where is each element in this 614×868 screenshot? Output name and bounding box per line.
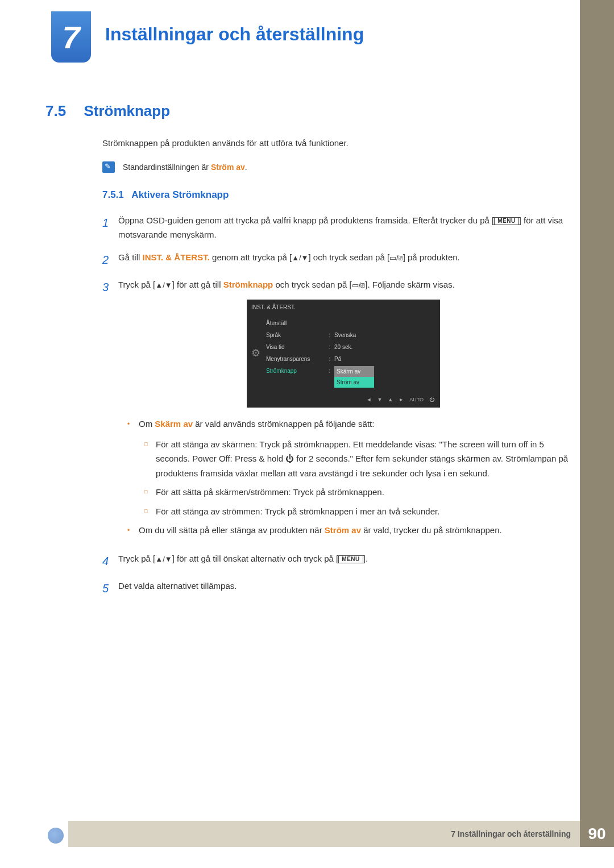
osd-label: Visa tid: [266, 342, 329, 352]
sub-bullet-text: För att stänga av skärmen: Tryck på strö…: [156, 437, 569, 481]
osd-row: Menytransparens:På: [266, 353, 435, 365]
text: är vald, trycker du på strömknappen.: [361, 525, 502, 535]
sub-bullet-icon: □: [144, 485, 156, 500]
chapter-title: Inställningar och återställning: [105, 24, 364, 45]
menu-button-label: MENU: [338, 555, 363, 563]
osd-row: Återställ: [266, 317, 435, 329]
osd-title: INST. & ÅTERST.: [247, 300, 440, 315]
step-number: 5: [102, 579, 118, 598]
note-row: Standardinställningen är Ström av.: [102, 161, 569, 173]
step-2: 2 Gå till INST. & ÅTERST. genom att tryc…: [102, 250, 569, 269]
up-down-icon: ▲/▼: [155, 280, 172, 289]
gear-icon: [251, 317, 266, 389]
term: Skärm av: [155, 419, 193, 429]
osd-option-selected: Ström av: [334, 377, 374, 388]
nav-icon: ◄: [366, 396, 371, 404]
colon: :: [329, 330, 334, 340]
step-number: 1: [102, 213, 118, 242]
osd-label: Språk: [266, 330, 329, 340]
page-card: 7 Inställningar och återställning 7.5 St…: [34, 6, 580, 847]
osd-label: Menytransparens: [266, 354, 329, 364]
text: ] för att gå till: [172, 280, 223, 289]
term: Strömknapp: [223, 280, 273, 289]
note-icon: [102, 161, 115, 173]
text: Tryck på [: [118, 280, 155, 289]
sub-bullet: □ För att sätta på skärmen/strömmen: Try…: [144, 485, 569, 500]
page-footer: 7 Inställningar och återställning 90: [34, 821, 580, 847]
up-down-icon: ▲/▼: [292, 253, 308, 261]
step-5: 5 Det valda alternativet tillämpas.: [102, 579, 569, 598]
osd-value: 20 sek.: [334, 342, 435, 352]
section-heading: 7.5 Strömknapp: [45, 102, 569, 120]
colon: :: [329, 354, 334, 364]
osd-row: Språk:Svenska: [266, 329, 435, 341]
sub-bullet-icon: □: [144, 437, 156, 481]
step-body: Det valda alternativet tillämpas.: [118, 579, 569, 598]
step-4: 4 Tryck på [▲/▼] för att gå till önskat …: [102, 551, 569, 571]
nav-icon: ▲: [388, 396, 393, 404]
text: Om: [139, 419, 155, 429]
text: Gå till: [118, 252, 143, 262]
page-number: 90: [580, 821, 614, 847]
section-body: 7.5 Strömknapp Strömknappen på produkten…: [45, 102, 569, 606]
nav-icon: ▼: [377, 396, 382, 404]
subsection-title: Aktivera Strömknapp: [131, 189, 229, 200]
bullet-list: • Om Skärm av är vald används strömknapp…: [127, 417, 569, 538]
note-value: Ström av: [211, 163, 245, 172]
sub-bullet-icon: □: [144, 504, 156, 519]
note-prefix: Standardinställningen är: [123, 163, 211, 172]
step-1: 1 Öppna OSD-guiden genom att trycka på v…: [102, 213, 569, 242]
text: ] för att gå till önskat alternativ och …: [172, 554, 339, 563]
nav-icon: ►: [399, 396, 404, 404]
text: Tryck på [: [118, 554, 155, 563]
text: ].: [363, 554, 368, 563]
sub-bullet-text: För att stänga av strömmen: Tryck på str…: [156, 504, 439, 519]
step-3: 3 Tryck på [▲/▼] för att gå till Strömkn…: [102, 277, 569, 543]
osd-body: Återställ Språk:Svenska Visa tid:20 sek.…: [247, 315, 440, 394]
osd-row: Visa tid:20 sek.: [266, 341, 435, 353]
subsection-heading: 7.5.1 Aktivera Strömknapp: [102, 189, 569, 201]
step-body: Tryck på [▲/▼] för att gå till önskat al…: [118, 551, 569, 571]
subsection-number: 7.5.1: [102, 189, 124, 200]
bullet-dot: •: [127, 417, 139, 431]
steps-list: 1 Öppna OSD-guiden genom att trycka på v…: [102, 213, 569, 598]
sub-bullet: □ För att stänga av skärmen: Tryck på st…: [144, 437, 569, 481]
right-accent-band: [580, 0, 614, 841]
source-icon: ▭/⎚: [389, 253, 403, 261]
step-number: 4: [102, 551, 118, 571]
footer-text: 7 Inställningar och återställning: [451, 829, 571, 838]
osd-value: Skärm av Ström av: [334, 366, 435, 388]
footer-orb-icon: [34, 821, 68, 847]
text: ] på produkten.: [403, 252, 460, 262]
note-suffix: .: [245, 163, 247, 172]
text: genom att trycka på [: [210, 252, 292, 262]
step-number: 3: [102, 277, 118, 543]
osd-row-selected: Strömknapp: Skärm av Ström av: [266, 365, 435, 389]
osd-option: Skärm av: [334, 366, 374, 377]
auto-label: AUTO: [409, 396, 424, 404]
colon: :: [329, 366, 334, 388]
text: ]. Följande skärm visas.: [365, 280, 455, 289]
text: Om du vill sätta på eller stänga av prod…: [139, 525, 325, 535]
sub-bullet: □ För att stänga av strömmen: Tryck på s…: [144, 504, 569, 519]
osd-screenshot: INST. & ÅTERST. Återställ Språk:Svenska …: [247, 300, 440, 408]
osd-label: Återställ: [266, 318, 329, 328]
text: är vald används strömknappen på följande…: [193, 419, 374, 429]
note-text: Standardinställningen är Ström av.: [123, 161, 247, 173]
section-number: 7.5: [45, 102, 66, 119]
step-body: Gå till INST. & ÅTERST. genom att trycka…: [118, 250, 569, 269]
osd-bottom-bar: ◄ ▼ ▲ ► AUTO ⏻: [247, 394, 440, 405]
step-body: Tryck på [▲/▼] för att gå till Strömknap…: [118, 277, 569, 543]
chapter-number-tab: 7: [51, 11, 91, 63]
osd-label: Strömknapp: [266, 366, 329, 388]
colon: :: [329, 342, 334, 352]
bullet-text: Om Skärm av är vald används strömknappen…: [139, 417, 374, 431]
bullet: • Om du vill sätta på eller stänga av pr…: [127, 523, 569, 538]
osd-rows: Återställ Språk:Svenska Visa tid:20 sek.…: [266, 317, 435, 389]
power-icon: ⏻: [429, 396, 434, 404]
source-icon: ▭/⎚: [352, 280, 366, 289]
section-title: Strömknapp: [84, 102, 170, 119]
text: ] och tryck sedan på [: [308, 252, 389, 262]
footer-bar: 7 Inställningar och återställning 90: [68, 821, 580, 847]
bullet-dot: •: [127, 523, 139, 538]
